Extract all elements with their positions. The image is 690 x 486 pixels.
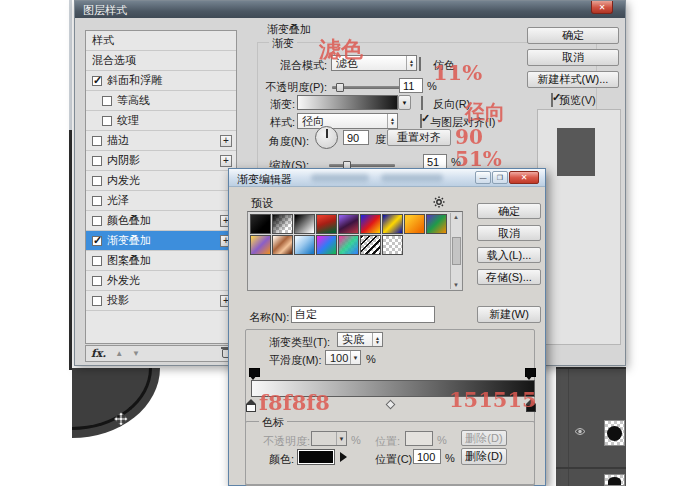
sidebar-item-contour[interactable]: 等高线 [86, 91, 236, 111]
checkbox-icon[interactable] [92, 296, 102, 306]
minimize-icon[interactable]: — [475, 171, 491, 184]
checkbox-icon[interactable] [102, 116, 112, 126]
spinner-icon[interactable]: ▲▼ [372, 333, 382, 346]
gear-icon[interactable] [433, 196, 445, 210]
angle-input[interactable] [343, 130, 369, 145]
new-button[interactable]: 新建(W) [477, 306, 541, 323]
color-swatch[interactable] [297, 449, 335, 465]
plus-icon[interactable]: + [220, 135, 232, 147]
fx-icon[interactable]: fx. [91, 347, 106, 360]
opacity-slider-thumb[interactable] [336, 83, 344, 92]
move-down-icon[interactable]: ▼ [132, 349, 140, 358]
color-stop-left[interactable] [246, 399, 256, 412]
dropdown-icon[interactable]: ▼ [350, 351, 360, 364]
move-up-icon[interactable]: ▲ [115, 349, 123, 358]
scroll-down-icon[interactable]: ▼ [453, 282, 459, 288]
checkbox-icon[interactable] [92, 276, 102, 286]
gradient-preset-swatch[interactable] [382, 235, 403, 255]
reset-align-button[interactable]: 重置对齐 [387, 129, 451, 146]
presets-scrollbar[interactable]: ▲ ▼ [450, 213, 461, 289]
opacity-input[interactable] [399, 78, 423, 93]
sidebar-item-styles[interactable]: 样式 [86, 31, 236, 51]
style-select[interactable]: 径向 ▲▼ [297, 113, 398, 129]
sidebar-item-inner-glow[interactable]: 内发光 [86, 171, 236, 191]
gradient-preset-swatch[interactable] [272, 235, 293, 255]
gradient-preset-swatch[interactable] [250, 214, 271, 234]
smoothness-select[interactable]: 100 ▼ [325, 350, 361, 365]
new-style-button[interactable]: 新建样式(W)... [527, 71, 619, 88]
checkbox-icon[interactable] [92, 156, 102, 166]
ok-button[interactable]: 确定 [477, 203, 541, 219]
gradient-preset-swatch[interactable] [316, 235, 337, 255]
spinner-icon[interactable]: ▲▼ [387, 114, 397, 128]
angle-dial[interactable] [315, 126, 338, 149]
sidebar-item-stroke[interactable]: 描边+ [86, 131, 236, 151]
cancel-button[interactable]: 取消 [477, 225, 541, 241]
ok-button[interactable]: 确定 [527, 27, 619, 44]
dither-checkbox[interactable] [419, 57, 421, 71]
eye-icon[interactable] [574, 426, 586, 438]
gradient-preset-swatch[interactable] [338, 235, 359, 255]
layer-thumbnail[interactable] [604, 420, 625, 446]
checkbox-icon[interactable] [92, 136, 102, 146]
scrollbar-thumb[interactable] [452, 237, 461, 265]
gradient-preset-swatch[interactable] [294, 235, 315, 255]
gradient-preset-swatch[interactable] [272, 214, 293, 234]
align-with-layer-checkbox[interactable] [420, 114, 422, 128]
checkbox-checked-icon[interactable] [92, 76, 102, 86]
sidebar-item-satin[interactable]: 光泽 [86, 191, 236, 211]
scale-input[interactable] [423, 154, 447, 169]
gradient-preset-swatch[interactable] [360, 235, 381, 255]
annotation-opacity: 11% [433, 60, 482, 85]
sidebar-item-gradient-overlay[interactable]: 渐变叠加+ [86, 231, 236, 251]
preview-checkbox[interactable] [551, 93, 553, 107]
scale-slider[interactable] [329, 164, 395, 167]
scroll-up-icon[interactable]: ▲ [453, 214, 459, 220]
delete-button[interactable]: 删除(D) [461, 448, 507, 465]
gradient-preset-swatch[interactable] [426, 214, 447, 234]
blurred-watermark [381, 174, 443, 182]
sidebar-item-outer-glow[interactable]: 外发光 [86, 271, 236, 291]
checkbox-icon[interactable] [102, 96, 112, 106]
gradient-preview[interactable] [297, 95, 398, 110]
sidebar-item-blending-options[interactable]: 混合选项 [86, 51, 236, 71]
opacity-stop-left[interactable] [249, 368, 258, 380]
reverse-checkbox[interactable] [421, 96, 423, 110]
cancel-button[interactable]: 取消 [527, 49, 619, 66]
plus-icon[interactable]: + [220, 155, 232, 167]
close-icon[interactable]: ✕ [509, 171, 539, 184]
spinner-icon[interactable]: ▲▼ [406, 56, 416, 70]
layer-style-titlebar[interactable]: 图层样式 [75, 1, 625, 18]
checkbox-icon[interactable] [92, 196, 102, 206]
sidebar-item-drop-shadow[interactable]: 投影+ [86, 291, 236, 311]
checkbox-checked-icon[interactable] [92, 236, 102, 246]
layer-thumbnail-partial[interactable] [604, 474, 625, 486]
sidebar-item-pattern-overlay[interactable]: 图案叠加 [86, 251, 236, 271]
sidebar-item-texture[interactable]: 纹理 [86, 111, 236, 131]
name-input[interactable] [291, 306, 435, 323]
gradient-preset-swatch[interactable] [404, 214, 425, 234]
gradient-picker-arrow-icon[interactable]: ▼ [398, 95, 411, 110]
load-button[interactable]: 载入(L)... [477, 247, 541, 263]
checkbox-icon[interactable] [92, 256, 102, 266]
save-button[interactable]: 存储(S)... [477, 269, 541, 285]
sidebar-item-color-overlay[interactable]: 颜色叠加+ [86, 211, 236, 231]
gradient-preset-swatch[interactable] [294, 214, 315, 234]
gradient-preset-swatch[interactable] [250, 235, 271, 255]
gradient-preset-swatch[interactable] [316, 214, 337, 234]
checkbox-icon[interactable] [92, 216, 102, 226]
checkbox-icon[interactable] [92, 176, 102, 186]
gradient-preset-swatch[interactable] [382, 214, 403, 234]
color-position-input[interactable] [413, 449, 441, 464]
gradient-preset-swatch[interactable] [360, 214, 381, 234]
gradient-type-select[interactable]: 实底 ▲▼ [337, 332, 383, 347]
restore-icon[interactable]: ❐ [492, 171, 508, 184]
sidebar-item-inner-shadow[interactable]: 内阴影+ [86, 151, 236, 171]
opacity-label: 不透明度(P): [235, 80, 327, 95]
color-picker-arrow-icon[interactable] [340, 452, 347, 462]
gradient-preset-swatch[interactable] [338, 214, 359, 234]
opacity-stop-right[interactable] [525, 368, 534, 380]
dialog-title: 渐变编辑器 [237, 173, 292, 185]
close-icon[interactable]: ✕ [591, 1, 613, 14]
sidebar-item-bevel-emboss[interactable]: 斜面和浮雕 [86, 71, 236, 91]
